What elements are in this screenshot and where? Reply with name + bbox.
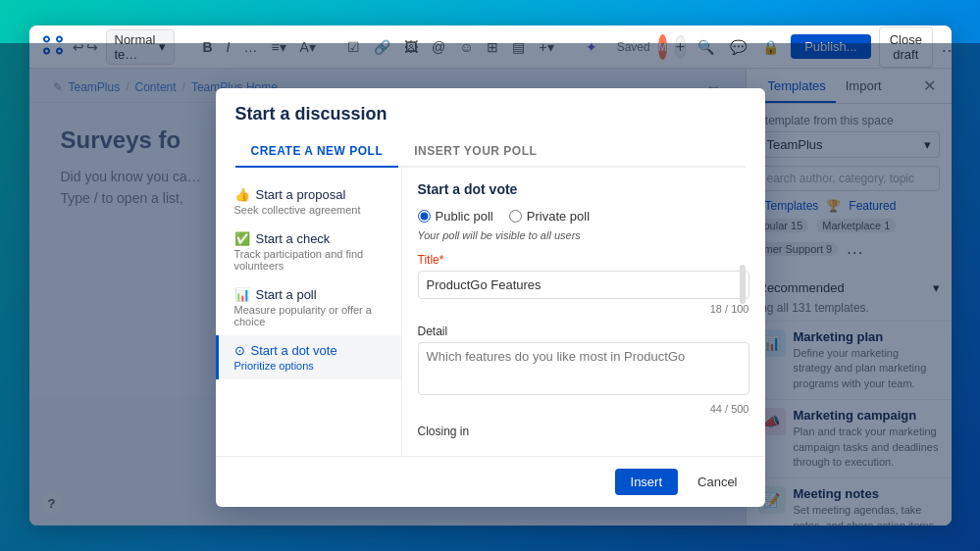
detail-field-label: Detail xyxy=(418,325,749,338)
public-radio-input[interactable] xyxy=(418,210,431,223)
title-char-count: 18 / 100 xyxy=(418,303,749,315)
detail-textarea[interactable] xyxy=(418,342,749,395)
poll-option-poll[interactable]: 📊 Start a poll Measure popularity or off… xyxy=(216,279,401,335)
detail-char-count: 44 / 500 xyxy=(418,403,749,415)
check-icon: ✅ xyxy=(234,231,250,246)
tab-insert-poll[interactable]: INSERT YOUR POLL xyxy=(398,136,552,168)
detail-input-wrap xyxy=(418,342,749,399)
poll-icon: 📊 xyxy=(234,287,250,302)
check-desc: Track participation and find volunteers xyxy=(234,248,386,272)
modal-header: Start a discussion CREATE A NEW POLL INS… xyxy=(216,88,765,168)
poll-desc: Measure popularity or offer a choice xyxy=(234,304,386,327)
modal-body: 👍 Start a proposal Seek collective agree… xyxy=(216,168,765,456)
title-input[interactable] xyxy=(418,271,749,299)
modal-overlay: Start a discussion CREATE A NEW POLL INS… xyxy=(29,43,952,526)
modal-title: Start a discussion xyxy=(235,104,746,125)
private-radio-input[interactable] xyxy=(509,210,522,223)
poll-option-check[interactable]: ✅ Start a check Track participation and … xyxy=(216,224,401,279)
cancel-button[interactable]: Cancel xyxy=(686,469,748,495)
modal-poll-type-list: 👍 Start a proposal Seek collective agree… xyxy=(216,168,402,456)
public-poll-radio[interactable]: Public poll xyxy=(418,209,493,224)
title-scroll-handle xyxy=(740,265,746,304)
dot-vote-icon: ⊙ xyxy=(234,343,245,358)
visibility-radio-group: Public poll Private poll xyxy=(418,209,749,224)
proposal-desc: Seek collective agreement xyxy=(234,204,386,216)
proposal-icon: 👍 xyxy=(234,187,250,202)
poll-option-dot-vote[interactable]: ⊙ Start a dot vote Prioritize options xyxy=(216,335,401,379)
modal-start-discussion: Start a discussion CREATE A NEW POLL INS… xyxy=(216,88,765,507)
poll-visibility-hint: Your poll will be visible to all users xyxy=(418,229,749,241)
modal-poll-form: Start a dot vote Public poll Private pol… xyxy=(402,168,765,456)
tab-create-new-poll[interactable]: CREATE A NEW POLL xyxy=(235,136,399,168)
insert-button[interactable]: Insert xyxy=(615,469,679,495)
closing-in-label: Closing in xyxy=(418,425,749,438)
private-poll-radio[interactable]: Private poll xyxy=(509,209,590,224)
modal-footer: Insert Cancel xyxy=(216,456,765,507)
modal-tab-row: CREATE A NEW POLL INSERT YOUR POLL xyxy=(235,136,746,168)
poll-option-proposal[interactable]: 👍 Start a proposal Seek collective agree… xyxy=(216,179,401,224)
title-input-wrap xyxy=(418,271,749,299)
form-section-title: Start a dot vote xyxy=(418,181,749,197)
title-field-label: Title* xyxy=(418,253,749,267)
dot-vote-desc: Prioritize options xyxy=(234,360,386,372)
